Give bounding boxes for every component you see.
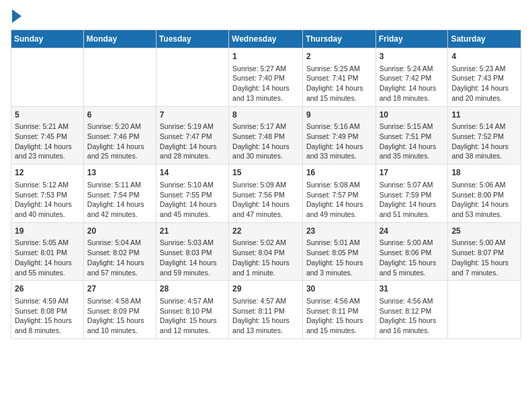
- calendar-cell: 31Sunrise: 4:56 AM Sunset: 8:12 PM Dayli…: [375, 281, 448, 339]
- calendar-cell: 1Sunrise: 5:27 AM Sunset: 7:40 PM Daylig…: [229, 48, 303, 107]
- calendar-cell: 27Sunrise: 4:58 AM Sunset: 8:09 PM Dayli…: [83, 281, 156, 339]
- calendar-cell: 24Sunrise: 5:00 AM Sunset: 8:06 PM Dayli…: [375, 222, 448, 281]
- calendar-cell: 14Sunrise: 5:10 AM Sunset: 7:55 PM Dayli…: [156, 165, 228, 223]
- calendar-cell: 6Sunrise: 5:20 AM Sunset: 7:46 PM Daylig…: [83, 106, 156, 165]
- day-number: 29: [232, 283, 299, 295]
- day-number: 1: [232, 51, 299, 62]
- calendar-week-row: 5Sunrise: 5:21 AM Sunset: 7:45 PM Daylig…: [11, 106, 521, 165]
- day-number: 4: [451, 51, 517, 62]
- calendar-week-row: 26Sunrise: 4:59 AM Sunset: 8:08 PM Dayli…: [11, 281, 521, 339]
- day-number: 14: [160, 167, 225, 179]
- day-info: Sunrise: 4:57 AM Sunset: 8:11 PM Dayligh…: [232, 296, 299, 336]
- calendar-cell: 11Sunrise: 5:14 AM Sunset: 7:52 PM Dayli…: [448, 106, 521, 165]
- calendar-cell: 18Sunrise: 5:06 AM Sunset: 8:00 PM Dayli…: [448, 165, 521, 223]
- day-info: Sunrise: 5:00 AM Sunset: 8:06 PM Dayligh…: [380, 238, 445, 277]
- day-info: Sunrise: 5:19 AM Sunset: 7:47 PM Dayligh…: [160, 122, 225, 161]
- day-info: Sunrise: 5:14 AM Sunset: 7:52 PM Dayligh…: [451, 122, 517, 161]
- day-info: Sunrise: 5:15 AM Sunset: 7:51 PM Dayligh…: [380, 122, 445, 161]
- day-info: Sunrise: 5:20 AM Sunset: 7:46 PM Dayligh…: [87, 122, 152, 161]
- day-info: Sunrise: 5:01 AM Sunset: 8:05 PM Dayligh…: [306, 238, 372, 277]
- day-info: Sunrise: 4:57 AM Sunset: 8:10 PM Dayligh…: [160, 296, 225, 336]
- day-info: Sunrise: 5:16 AM Sunset: 7:49 PM Dayligh…: [306, 122, 372, 161]
- day-info: Sunrise: 5:23 AM Sunset: 7:43 PM Dayligh…: [451, 64, 517, 103]
- day-number: 18: [451, 167, 517, 179]
- calendar-cell: [83, 48, 156, 107]
- day-header-thursday: Thursday: [302, 30, 375, 48]
- day-header-tuesday: Tuesday: [156, 30, 228, 48]
- day-header-monday: Monday: [83, 30, 156, 48]
- day-info: Sunrise: 5:04 AM Sunset: 8:02 PM Dayligh…: [87, 238, 152, 277]
- day-info: Sunrise: 5:25 AM Sunset: 7:41 PM Dayligh…: [306, 64, 372, 103]
- calendar-cell: 3Sunrise: 5:24 AM Sunset: 7:42 PM Daylig…: [375, 48, 448, 107]
- calendar-cell: [11, 48, 84, 107]
- day-info: Sunrise: 5:02 AM Sunset: 8:04 PM Dayligh…: [232, 238, 299, 277]
- calendar-cell: 23Sunrise: 5:01 AM Sunset: 8:05 PM Dayli…: [302, 222, 375, 281]
- calendar-cell: 15Sunrise: 5:09 AM Sunset: 7:56 PM Dayli…: [229, 165, 303, 223]
- day-info: Sunrise: 5:10 AM Sunset: 7:55 PM Dayligh…: [160, 180, 225, 220]
- calendar-cell: 2Sunrise: 5:25 AM Sunset: 7:41 PM Daylig…: [302, 48, 375, 107]
- calendar-cell: 13Sunrise: 5:11 AM Sunset: 7:54 PM Dayli…: [83, 165, 156, 223]
- day-number: 17: [380, 167, 445, 179]
- calendar-week-row: 1Sunrise: 5:27 AM Sunset: 7:40 PM Daylig…: [11, 48, 521, 107]
- day-number: 21: [160, 226, 225, 237]
- day-number: 27: [87, 283, 152, 295]
- day-info: Sunrise: 5:05 AM Sunset: 8:01 PM Dayligh…: [15, 238, 80, 277]
- day-header-saturday: Saturday: [448, 30, 521, 48]
- calendar-cell: 30Sunrise: 4:56 AM Sunset: 8:11 PM Dayli…: [302, 281, 375, 339]
- calendar-cell: 7Sunrise: 5:19 AM Sunset: 7:47 PM Daylig…: [156, 106, 228, 165]
- calendar-cell: [448, 281, 521, 339]
- calendar-cell: 19Sunrise: 5:05 AM Sunset: 8:01 PM Dayli…: [11, 222, 84, 281]
- day-info: Sunrise: 5:08 AM Sunset: 7:57 PM Dayligh…: [306, 180, 372, 220]
- calendar-cell: 22Sunrise: 5:02 AM Sunset: 8:04 PM Dayli…: [229, 222, 303, 281]
- page-header: [11, 11, 521, 23]
- calendar-cell: 28Sunrise: 4:57 AM Sunset: 8:10 PM Dayli…: [156, 281, 228, 339]
- calendar-cell: 16Sunrise: 5:08 AM Sunset: 7:57 PM Dayli…: [302, 165, 375, 223]
- calendar-cell: 26Sunrise: 4:59 AM Sunset: 8:08 PM Dayli…: [11, 281, 84, 339]
- day-number: 24: [380, 226, 445, 237]
- calendar-cell: 9Sunrise: 5:16 AM Sunset: 7:49 PM Daylig…: [302, 106, 375, 165]
- day-info: Sunrise: 5:11 AM Sunset: 7:54 PM Dayligh…: [87, 180, 152, 220]
- day-number: 23: [306, 226, 372, 237]
- day-number: 26: [15, 283, 80, 295]
- logo-arrow-icon: [12, 9, 21, 23]
- day-number: 19: [15, 226, 80, 237]
- day-info: Sunrise: 4:59 AM Sunset: 8:08 PM Dayligh…: [15, 296, 80, 336]
- day-number: 7: [160, 109, 225, 121]
- day-info: Sunrise: 4:56 AM Sunset: 8:11 PM Dayligh…: [306, 296, 372, 336]
- calendar-cell: 8Sunrise: 5:17 AM Sunset: 7:48 PM Daylig…: [229, 106, 303, 165]
- day-info: Sunrise: 4:56 AM Sunset: 8:12 PM Dayligh…: [380, 296, 445, 336]
- calendar-header-row: SundayMondayTuesdayWednesdayThursdayFrid…: [11, 30, 521, 48]
- day-number: 2: [306, 51, 372, 62]
- calendar-cell: 25Sunrise: 5:00 AM Sunset: 8:07 PM Dayli…: [448, 222, 521, 281]
- day-number: 22: [232, 226, 299, 237]
- day-info: Sunrise: 5:12 AM Sunset: 7:53 PM Dayligh…: [15, 180, 80, 220]
- calendar-week-row: 19Sunrise: 5:05 AM Sunset: 8:01 PM Dayli…: [11, 222, 521, 281]
- day-info: Sunrise: 5:03 AM Sunset: 8:03 PM Dayligh…: [160, 238, 225, 277]
- calendar-cell: 20Sunrise: 5:04 AM Sunset: 8:02 PM Dayli…: [83, 222, 156, 281]
- day-number: 11: [451, 109, 517, 121]
- day-header-wednesday: Wednesday: [229, 30, 303, 48]
- calendar-cell: 17Sunrise: 5:07 AM Sunset: 7:59 PM Dayli…: [375, 165, 448, 223]
- calendar-table: SundayMondayTuesdayWednesdayThursdayFrid…: [11, 30, 521, 339]
- day-number: 9: [306, 109, 372, 121]
- day-number: 25: [451, 226, 517, 237]
- calendar-cell: 21Sunrise: 5:03 AM Sunset: 8:03 PM Dayli…: [156, 222, 228, 281]
- day-info: Sunrise: 5:27 AM Sunset: 7:40 PM Dayligh…: [232, 64, 299, 103]
- day-number: 3: [380, 51, 445, 62]
- day-number: 20: [87, 226, 152, 237]
- calendar-cell: 5Sunrise: 5:21 AM Sunset: 7:45 PM Daylig…: [11, 106, 84, 165]
- day-info: Sunrise: 5:24 AM Sunset: 7:42 PM Dayligh…: [380, 64, 445, 103]
- day-info: Sunrise: 4:58 AM Sunset: 8:09 PM Dayligh…: [87, 296, 152, 336]
- day-number: 5: [15, 109, 80, 121]
- calendar-week-row: 12Sunrise: 5:12 AM Sunset: 7:53 PM Dayli…: [11, 165, 521, 223]
- day-info: Sunrise: 5:07 AM Sunset: 7:59 PM Dayligh…: [380, 180, 445, 220]
- day-number: 10: [380, 109, 445, 121]
- day-number: 15: [232, 167, 299, 179]
- day-number: 12: [15, 167, 80, 179]
- day-header-friday: Friday: [375, 30, 448, 48]
- day-number: 28: [160, 283, 225, 295]
- day-number: 31: [380, 283, 445, 295]
- day-number: 8: [232, 109, 299, 121]
- logo: [11, 11, 21, 23]
- calendar-cell: [156, 48, 228, 107]
